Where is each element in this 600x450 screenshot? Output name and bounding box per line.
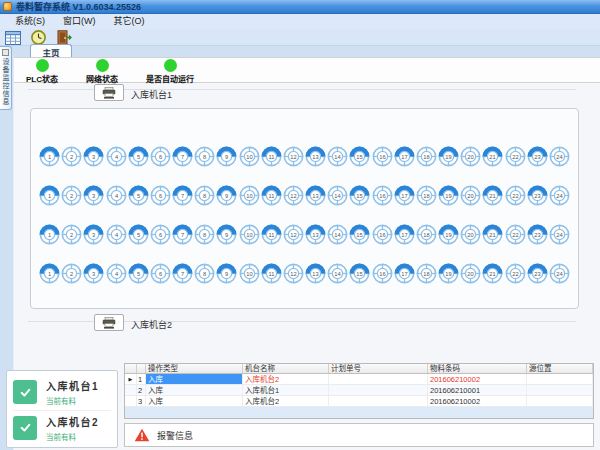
cell-op-type[interactable]: 入库 (146, 374, 243, 384)
side-dock-tab[interactable]: 设备监控信息 (0, 46, 12, 110)
slot-indicator-24: 24 (549, 146, 570, 167)
table-empty-row[interactable] (125, 407, 593, 418)
menu-window[interactable]: 窗口(W) (54, 14, 105, 29)
menu-system[interactable]: 系统(S) (6, 14, 54, 29)
svg-text:7: 7 (181, 154, 184, 160)
slot-dial-icon: 3 (83, 224, 104, 245)
table-row-2[interactable]: 2入库入库机台1201606210001 (125, 385, 593, 396)
machine-card-2[interactable]: 入库机台2 当前有料 (13, 410, 111, 442)
slot-dial-icon: 20 (460, 263, 481, 284)
col-header-machine[interactable]: 机台名称 (243, 364, 329, 373)
slot-dial-icon: 3 (83, 263, 104, 284)
slot-dial-icon: 16 (372, 263, 393, 284)
slot-indicator-14: 14 (327, 146, 348, 167)
svg-text:7: 7 (181, 193, 184, 199)
menu-other[interactable]: 其它(O) (105, 14, 154, 29)
slot-dial-icon: 9 (216, 146, 237, 167)
network-status-light (96, 59, 109, 72)
cell-plan-no[interactable] (329, 374, 428, 384)
slot-dial-icon: 24 (549, 185, 570, 206)
slot-dial-icon: 5 (128, 263, 149, 284)
alarm-panel: 报警信息 (124, 423, 594, 447)
slot-indicator-16: 16 (372, 224, 393, 245)
print-station1-button[interactable] (94, 84, 124, 101)
cell-source[interactable] (527, 385, 593, 395)
slot-indicator-1: 1 (39, 224, 60, 245)
svg-text:12: 12 (290, 193, 296, 199)
clock-button[interactable] (29, 29, 47, 45)
svg-text:23: 23 (534, 154, 540, 160)
cell-source[interactable] (527, 374, 593, 384)
slot-indicator-11: 11 (261, 263, 282, 284)
row-selector (125, 385, 137, 395)
slot-indicator-10: 10 (239, 263, 260, 284)
slot-dial-icon: 21 (482, 224, 503, 245)
slot-dial-icon: 12 (283, 185, 304, 206)
svg-text:20: 20 (468, 232, 474, 238)
slot-indicator-13: 13 (305, 263, 326, 284)
slot-dial-icon: 12 (283, 224, 304, 245)
svg-text:6: 6 (159, 154, 162, 160)
svg-text:8: 8 (203, 193, 206, 199)
slot-indicator-7: 7 (172, 263, 193, 284)
slot-indicator-18: 18 (416, 146, 437, 167)
slot-indicator-2: 2 (61, 224, 82, 245)
slot-indicator-3: 3 (83, 146, 104, 167)
cell-machine[interactable]: 入库机台2 (243, 374, 329, 384)
slot-indicator-5: 5 (128, 263, 149, 284)
table-row-3[interactable]: 3入库入库机台2201606210002 (125, 396, 593, 407)
slot-dial-icon: 9 (216, 224, 237, 245)
slot-dial-icon: 12 (283, 146, 304, 167)
table-row-1[interactable]: ▶1入库入库机台2201606210002 (125, 374, 593, 385)
svg-text:17: 17 (401, 154, 407, 160)
cell-barcode[interactable]: 201606210001 (428, 385, 527, 395)
slot-dial-icon: 7 (172, 146, 193, 167)
slot-dial-icon: 6 (150, 185, 171, 206)
slot-row-4: 123456789101112131415161718192021222324 (39, 263, 570, 284)
machine-card-1[interactable]: 入库机台1 当前有料 (13, 376, 111, 408)
col-header-barcode[interactable]: 物料条码 (428, 364, 527, 373)
cell-machine[interactable]: 入库机台1 (243, 385, 329, 395)
col-header-plan-no[interactable]: 计划单号 (329, 364, 428, 373)
slot-dial-icon: 1 (39, 224, 60, 245)
calendar-grid-button[interactable] (4, 29, 22, 45)
svg-text:13: 13 (312, 154, 318, 160)
svg-text:13: 13 (312, 271, 318, 277)
col-header-op-type[interactable]: 操作类型 (146, 364, 243, 373)
cell-op-type[interactable]: 入库 (146, 396, 243, 406)
slot-indicator-23: 23 (527, 263, 548, 284)
cell-machine[interactable]: 入库机台2 (243, 396, 329, 406)
svg-text:24: 24 (556, 232, 563, 238)
table-body: ▶1入库入库机台22016062100022入库入库机台120160621000… (125, 374, 593, 418)
slot-indicator-22: 22 (505, 263, 526, 284)
exit-button[interactable] (54, 29, 72, 45)
slot-dial-icon: 7 (172, 224, 193, 245)
slot-indicator-6: 6 (150, 263, 171, 284)
slot-dial-icon: 10 (239, 185, 260, 206)
print-station2-button[interactable] (94, 314, 124, 331)
svg-text:2: 2 (70, 232, 73, 238)
svg-text:11: 11 (268, 271, 274, 277)
slot-indicator-24: 24 (549, 263, 570, 284)
col-header-source[interactable]: 源位置 (527, 364, 593, 373)
machine-card-status: 当前有料 (46, 431, 99, 442)
cell-barcode[interactable]: 201606210002 (428, 396, 527, 406)
svg-text:18: 18 (423, 232, 429, 238)
cell-source[interactable] (527, 396, 593, 406)
cell-plan-no[interactable] (329, 385, 428, 395)
slot-indicator-11: 11 (261, 146, 282, 167)
cell-op-type[interactable]: 入库 (146, 385, 243, 395)
cell-plan-no[interactable] (329, 396, 428, 406)
cell-barcode[interactable]: 201606210002 (428, 374, 527, 384)
svg-text:3: 3 (92, 271, 95, 277)
slot-dial-icon: 4 (106, 224, 127, 245)
slot-dial-icon: 13 (305, 224, 326, 245)
slot-dial-icon: 22 (505, 224, 526, 245)
svg-text:17: 17 (401, 193, 407, 199)
tab-home[interactable]: 主页 (30, 44, 72, 58)
slot-indicator-21: 21 (482, 263, 503, 284)
svg-text:6: 6 (159, 271, 162, 277)
window-title: 卷料暂存系统 V1.0.6034.25526 (16, 0, 141, 14)
slot-dial-icon: 1 (39, 185, 60, 206)
slot-indicator-2: 2 (61, 263, 82, 284)
